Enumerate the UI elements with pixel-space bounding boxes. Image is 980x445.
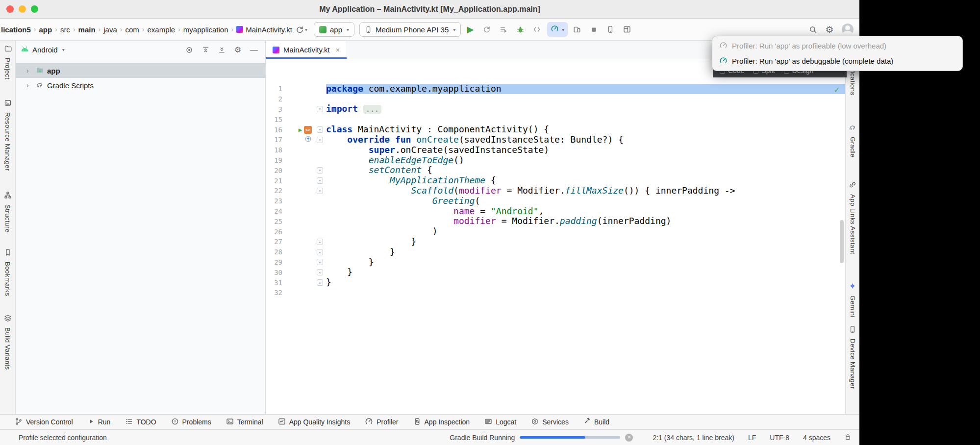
- code-line[interactable]: 25 modifier = Modifier.padding(innerPadd…: [266, 216, 845, 226]
- locate-file-button[interactable]: [183, 44, 196, 56]
- tool-window-button-structure[interactable]: Structure: [4, 191, 12, 232]
- fold-marker[interactable]: ▾: [317, 177, 323, 184]
- breadcrumb-src[interactable]: src: [60, 25, 70, 34]
- panel-settings-gear-icon[interactable]: ⚙: [231, 44, 244, 56]
- tool-window-button-build-variants[interactable]: Build Variants: [4, 314, 12, 370]
- fold-marker[interactable]: ▾: [317, 188, 323, 194]
- close-tab-icon[interactable]: ×: [336, 46, 340, 54]
- project-tree-item-app[interactable]: ›app: [16, 63, 265, 78]
- editor-scrollbar-thumb[interactable]: [840, 220, 844, 263]
- breadcrumb-main[interactable]: main: [78, 25, 96, 34]
- code-line[interactable]: 30▴ }: [266, 267, 845, 277]
- fold-marker[interactable]: ▴: [317, 279, 323, 286]
- tool-window-button-profiler[interactable]: Profiler: [365, 417, 398, 427]
- tool-window-button-app-quality-insights[interactable]: App Quality Insights: [278, 418, 351, 427]
- expand-chevron-icon[interactable]: ›: [26, 81, 32, 89]
- cancel-build-button[interactable]: ×: [625, 434, 633, 442]
- fold-marker[interactable]: ▾: [317, 106, 323, 112]
- fold-marker[interactable]: ▾: [317, 167, 323, 173]
- code-line[interactable]: 27▴ }: [266, 237, 845, 247]
- breadcrumb-lication5[interactable]: lication5: [1, 25, 31, 34]
- code-line[interactable]: 21▾ MyApplicationTheme {: [266, 175, 845, 186]
- fold-marker[interactable]: ▾: [317, 137, 323, 143]
- tool-window-button-bookmarks[interactable]: Bookmarks: [4, 248, 12, 296]
- run-button[interactable]: ▶: [463, 22, 477, 37]
- tool-window-button-terminal[interactable]: Terminal: [226, 418, 263, 427]
- breadcrumb-myapplication[interactable]: myapplication: [183, 25, 228, 34]
- code-line[interactable]: 19 enableEdgeToEdge(): [266, 155, 845, 166]
- code-line[interactable]: 15: [266, 114, 845, 124]
- expand-chevron-icon[interactable]: ›: [26, 67, 32, 74]
- tool-window-button-build[interactable]: Build: [583, 418, 609, 426]
- project-view-selector[interactable]: Android: [32, 46, 58, 54]
- tool-window-button-run[interactable]: Run: [88, 418, 111, 426]
- encoding-indicator[interactable]: UTF-8: [770, 434, 789, 442]
- tool-window-button-app-inspection[interactable]: App Inspection: [413, 418, 470, 427]
- editor-tab-mainactivity[interactable]: MainActivity.kt ×: [266, 41, 347, 59]
- apply-changes-icon[interactable]: [496, 22, 511, 37]
- readonly-lock-icon[interactable]: [844, 433, 852, 442]
- settings-gear-icon[interactable]: ⚙: [822, 22, 837, 37]
- breadcrumb-app[interactable]: app: [39, 25, 52, 34]
- status-message[interactable]: Profile selected configuration: [19, 434, 107, 442]
- collapse-all-button[interactable]: [215, 44, 228, 56]
- code-line[interactable]: 16▶<>▾class MainActivity : ComponentActi…: [266, 124, 845, 135]
- device-mirroring-icon[interactable]: [570, 22, 584, 37]
- tool-window-button-services[interactable]: Services: [531, 418, 569, 427]
- profiler-dropdown-button[interactable]: ▾: [547, 22, 568, 37]
- code-line[interactable]: 31▴}: [266, 277, 845, 288]
- folded-imports-badge[interactable]: ...: [363, 105, 381, 114]
- breadcrumb-com[interactable]: com: [125, 25, 139, 34]
- expand-all-button[interactable]: [199, 44, 212, 56]
- hide-panel-button[interactable]: —: [248, 44, 260, 56]
- run-gutter-icon[interactable]: ▶: [299, 126, 302, 133]
- run-configuration-selector[interactable]: app ▾: [314, 22, 354, 37]
- code-line[interactable]: 28▴ }: [266, 247, 845, 257]
- tool-window-button-todo[interactable]: TODO: [125, 418, 156, 427]
- restart-button[interactable]: [479, 22, 494, 37]
- fold-marker[interactable]: ▴: [317, 239, 323, 245]
- fold-marker[interactable]: ▴: [317, 269, 323, 275]
- code-line[interactable]: 1package com.example.myapplication: [266, 84, 845, 94]
- code-line[interactable]: 3▾import ...: [266, 104, 845, 115]
- inspections-ok-checkmark[interactable]: ✓: [834, 85, 839, 95]
- stop-button[interactable]: [586, 22, 601, 37]
- code-line[interactable]: 29▴ }: [266, 257, 845, 268]
- code-line[interactable]: 22▾ Scaffold(modifier = Modifier.fillMax…: [266, 186, 845, 196]
- device-selector[interactable]: Medium Phone API 35 ▾: [359, 22, 461, 37]
- profiler-option[interactable]: Profiler: Run 'app' as profileable (low …: [712, 38, 962, 53]
- tool-window-button-logcat[interactable]: Logcat: [484, 418, 516, 427]
- fold-marker[interactable]: ▴: [317, 249, 323, 255]
- profiler-option[interactable]: Profiler: Run 'app' as debuggable (compl…: [712, 53, 962, 69]
- code-line[interactable]: 20▾ setContent {: [266, 165, 845, 175]
- tool-window-button-gradle[interactable]: Gradle: [849, 124, 856, 157]
- tool-window-button-resource-manager[interactable]: Resource Manager: [4, 99, 12, 171]
- code-editor[interactable]: ✓ 1package com.example.myapplication23▾i…: [266, 59, 845, 414]
- running-devices-icon[interactable]: [603, 22, 618, 37]
- project-tree-item-gradle-scripts[interactable]: ›Gradle Scripts: [16, 78, 265, 93]
- breadcrumb-example[interactable]: example: [147, 25, 175, 34]
- fold-marker[interactable]: ▴: [317, 259, 323, 265]
- apply-code-changes-icon[interactable]: [529, 22, 544, 37]
- code-line[interactable]: 24 name = "Android",: [266, 206, 845, 217]
- tool-window-button-device-manager[interactable]: Device Manager: [849, 325, 856, 389]
- search-everywhere-button[interactable]: [805, 22, 820, 37]
- tool-window-button-problems[interactable]: Problems: [171, 418, 211, 427]
- account-avatar[interactable]: [842, 24, 854, 35]
- sync-dropdown-button[interactable]: ▾: [294, 22, 309, 37]
- tool-window-button-project[interactable]: Project: [4, 45, 12, 79]
- tool-window-button-app-links-assistant[interactable]: App Links Assistant: [849, 181, 856, 254]
- code-line[interactable]: 17▾ override fun onCreate(savedInstanceS…: [266, 135, 845, 145]
- code-line[interactable]: 23 Greeting(: [266, 196, 845, 206]
- code-line[interactable]: 32: [266, 288, 845, 298]
- breadcrumb-mainactivity-kt[interactable]: MainActivity.kt: [236, 25, 292, 34]
- minimize-window-button[interactable]: [19, 5, 26, 13]
- debug-button[interactable]: [513, 22, 528, 37]
- layout-inspector-icon[interactable]: [620, 22, 634, 37]
- code-line[interactable]: 2: [266, 94, 845, 104]
- code-line[interactable]: 18 super.onCreate(savedInstanceState): [266, 145, 845, 155]
- caret-position-indicator[interactable]: 2:1 (34 chars, 1 line break): [653, 434, 734, 442]
- line-separator-indicator[interactable]: LF: [748, 434, 756, 442]
- close-window-button[interactable]: [6, 5, 14, 13]
- tool-window-button-gemini[interactable]: Gemini: [849, 282, 856, 318]
